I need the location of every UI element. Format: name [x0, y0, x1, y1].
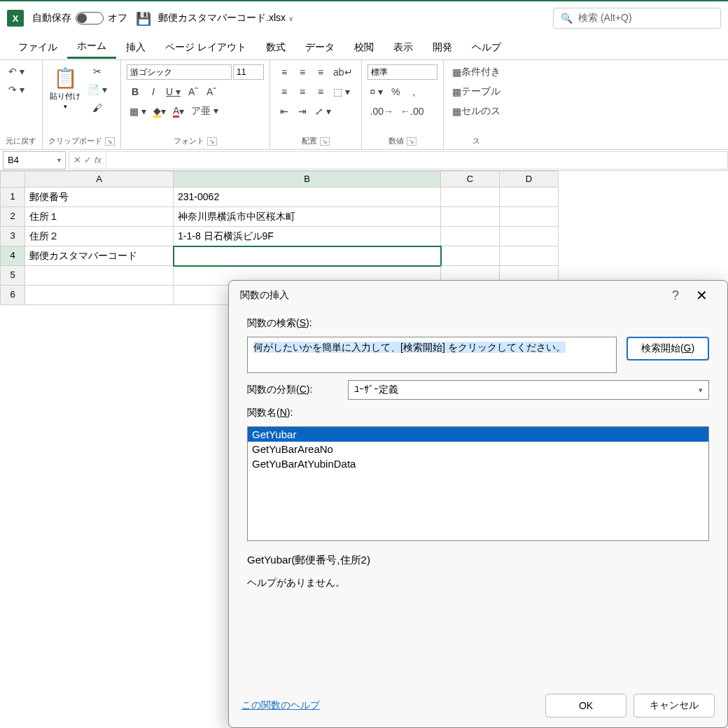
- tab-formulas[interactable]: 数式: [256, 37, 295, 58]
- col-header-d[interactable]: D: [500, 171, 559, 188]
- dialog-title-bar[interactable]: 関数の挿入 ? ✕: [229, 281, 727, 310]
- cell-c3[interactable]: [441, 227, 500, 246]
- cancel-button[interactable]: キャンセル: [634, 694, 715, 718]
- tab-data[interactable]: データ: [295, 37, 344, 58]
- orientation-button[interactable]: ⤢ ▾: [312, 103, 334, 120]
- bold-button[interactable]: B: [127, 83, 144, 100]
- cell-b1[interactable]: 231-0062: [174, 188, 441, 207]
- cell-c2[interactable]: [441, 207, 500, 227]
- cell-d4[interactable]: [500, 246, 559, 266]
- number-format-select[interactable]: [368, 64, 438, 80]
- tab-developer[interactable]: 開発: [423, 37, 462, 58]
- cell-d3[interactable]: [500, 227, 559, 246]
- row-header-1[interactable]: 1: [0, 188, 25, 207]
- wrap-text-button[interactable]: ab↵: [330, 64, 356, 80]
- dialog-help-icon[interactable]: ?: [664, 288, 687, 303]
- copy-button[interactable]: 📄 ▾: [85, 81, 110, 98]
- fill-color-button[interactable]: ◆ ▾: [150, 103, 169, 120]
- shrink-font-button[interactable]: Aˇ: [203, 83, 220, 100]
- cell-a1[interactable]: 郵便番号: [25, 188, 174, 207]
- search-box[interactable]: 🔍 検索 (Alt+Q): [553, 8, 721, 29]
- align-left-button[interactable]: ≡: [276, 83, 293, 100]
- indent-increase-button[interactable]: ⇥: [294, 103, 311, 120]
- tab-help[interactable]: ヘルプ: [462, 37, 511, 58]
- italic-button[interactable]: I: [145, 83, 162, 100]
- comma-button[interactable]: ,: [405, 83, 422, 100]
- col-header-c[interactable]: C: [441, 171, 500, 188]
- filename[interactable]: 郵便カスタマバーコード.xlsx ∨: [158, 12, 293, 24]
- align-middle-button[interactable]: ≡: [294, 64, 311, 80]
- autosave-toggle[interactable]: 自動保存 オフ: [32, 12, 127, 24]
- alignment-launcher[interactable]: ↘: [320, 137, 330, 146]
- increase-decimal-button[interactable]: .00→: [368, 103, 396, 120]
- font-size-select[interactable]: [233, 64, 264, 80]
- cell-d1[interactable]: [500, 188, 559, 207]
- cell-a3[interactable]: 住所２: [25, 227, 174, 246]
- function-list-item[interactable]: GetYubar: [248, 427, 708, 442]
- chevron-down-icon[interactable]: ▾: [57, 156, 61, 164]
- indent-decrease-button[interactable]: ⇤: [276, 103, 293, 120]
- search-go-button[interactable]: 検索開始(G): [626, 337, 709, 360]
- category-select[interactable]: ﾕｰｻﾞｰ定義 ▾: [348, 380, 709, 400]
- cell-a5[interactable]: [25, 266, 174, 286]
- merge-button[interactable]: ⬚ ▾: [330, 83, 353, 100]
- paste-button[interactable]: 📋 貼り付け ▾: [48, 63, 82, 113]
- underline-button[interactable]: U ▾: [163, 83, 183, 100]
- tab-view[interactable]: 表示: [384, 37, 423, 58]
- align-top-button[interactable]: ≡: [276, 64, 293, 80]
- enter-formula-icon[interactable]: ✓: [84, 155, 92, 165]
- tab-insert[interactable]: 挿入: [116, 37, 155, 58]
- col-header-b[interactable]: B: [174, 171, 441, 188]
- cell-styles-button[interactable]: ▦ セルのス: [449, 103, 503, 120]
- formula-input[interactable]: [106, 151, 728, 169]
- cell-d2[interactable]: [500, 207, 559, 227]
- format-painter-button[interactable]: 🖌: [85, 99, 110, 116]
- row-header-4[interactable]: 4: [0, 246, 25, 266]
- tab-page-layout[interactable]: ページ レイアウト: [155, 37, 256, 58]
- function-help-link[interactable]: この関数のヘルプ: [241, 699, 538, 712]
- cancel-formula-icon[interactable]: ✕: [74, 155, 81, 165]
- row-header-3[interactable]: 3: [0, 227, 25, 246]
- conditional-format-button[interactable]: ▦ 条件付き: [449, 64, 503, 80]
- tab-home[interactable]: ホーム: [67, 36, 116, 59]
- row-header-2[interactable]: 2: [0, 207, 25, 227]
- align-center-button[interactable]: ≡: [294, 83, 311, 100]
- cell-a2[interactable]: 住所１: [25, 207, 174, 227]
- toggle-switch-icon[interactable]: [76, 12, 104, 24]
- phonetic-button[interactable]: ア亜 ▾: [188, 103, 221, 120]
- cell-b2[interactable]: 神奈川県横浜市中区桜木町: [174, 207, 441, 227]
- grow-font-button[interactable]: Aˆ: [185, 83, 202, 100]
- number-launcher[interactable]: ↘: [407, 137, 416, 146]
- border-button[interactable]: ▦ ▾: [127, 103, 149, 120]
- dialog-close-icon[interactable]: ✕: [687, 287, 716, 304]
- row-header-6[interactable]: 6: [0, 286, 25, 305]
- font-color-button[interactable]: A ▾: [170, 103, 187, 120]
- cell-c1[interactable]: [441, 188, 500, 207]
- function-list[interactable]: GetYubar GetYuBarAreaNo GetYuBarAtYubinD…: [247, 426, 709, 541]
- tab-review[interactable]: 校閲: [344, 37, 384, 58]
- save-icon[interactable]: 💾: [136, 11, 150, 25]
- cell-c4[interactable]: [441, 246, 500, 266]
- clipboard-launcher[interactable]: ↘: [105, 137, 115, 146]
- ok-button[interactable]: OK: [545, 694, 626, 718]
- format-table-button[interactable]: ▦ テーブル: [449, 83, 503, 100]
- row-header-5[interactable]: 5: [0, 266, 25, 286]
- font-name-select[interactable]: [127, 64, 232, 80]
- decrease-decimal-button[interactable]: ←.00: [398, 103, 426, 120]
- tab-file[interactable]: ファイル: [8, 37, 67, 58]
- function-list-item[interactable]: GetYuBarAreaNo: [248, 442, 708, 456]
- redo-button[interactable]: ↷ ▾: [6, 81, 27, 98]
- col-header-a[interactable]: A: [25, 171, 174, 188]
- cut-button[interactable]: ✂: [85, 63, 110, 80]
- font-launcher[interactable]: ↘: [207, 137, 217, 146]
- undo-button[interactable]: ↶ ▾: [6, 63, 27, 80]
- cell-a4[interactable]: 郵便カスタマバーコード: [25, 246, 174, 266]
- select-all-corner[interactable]: [0, 171, 25, 188]
- function-list-item[interactable]: GetYuBarAtYubinData: [248, 456, 708, 471]
- cell-b4[interactable]: [174, 246, 441, 266]
- name-box[interactable]: B4 ▾: [3, 151, 66, 169]
- cell-a6[interactable]: [25, 286, 174, 305]
- currency-button[interactable]: ¤ ▾: [368, 83, 386, 100]
- function-search-input[interactable]: 何がしたいかを簡単に入力して、[検索開始] をクリックしてください。: [247, 337, 617, 373]
- fx-icon[interactable]: fx: [94, 155, 102, 165]
